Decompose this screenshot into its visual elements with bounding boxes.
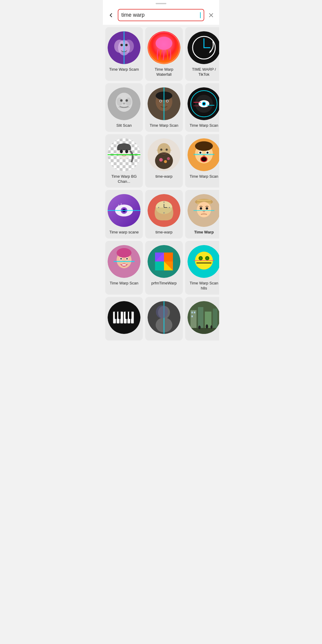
grid-item-9[interactable]: Time Warp Scan	[185, 134, 219, 188]
grid-item-4[interactable]: Slit Scan	[105, 83, 143, 132]
svg-point-21	[123, 103, 125, 104]
thumbnail-10	[108, 194, 140, 227]
svg-point-35	[203, 103, 205, 105]
svg-point-53	[167, 157, 170, 160]
svg-point-28	[167, 100, 168, 102]
item-label-7: Time Warp BG Chan...	[108, 174, 140, 184]
svg-point-56	[156, 149, 172, 152]
grid-item-16[interactable]	[105, 297, 143, 340]
item-label-4: Slit Scan	[116, 123, 131, 128]
svg-point-89	[206, 207, 208, 210]
svg-point-52	[164, 160, 167, 163]
thumbnail-16	[108, 301, 140, 334]
svg-rect-138	[213, 309, 217, 331]
thumbnail-9	[188, 138, 219, 171]
grid-item-8[interactable]: time-warp	[145, 134, 183, 188]
back-button[interactable]	[106, 11, 115, 20]
grid-item-15[interactable]: Time Warp Scan h8s	[185, 241, 219, 295]
item-label-1: Time Warp Scam	[109, 67, 139, 72]
svg-point-10	[156, 37, 172, 50]
grid-item-3[interactable]: TIME WARP / TikTok	[185, 27, 219, 81]
grid-item-12[interactable]: Time Warp	[185, 190, 219, 239]
thumbnail-7	[108, 138, 140, 171]
thumbnail-5	[148, 87, 180, 120]
search-row	[103, 7, 219, 25]
item-label-3: TIME WARP / TikTok	[188, 67, 219, 77]
item-label-10: Time warp scane	[109, 230, 139, 235]
svg-point-145	[210, 325, 212, 329]
svg-point-87	[197, 202, 211, 217]
svg-point-27	[160, 100, 162, 102]
grid-item-6[interactable]: Time Warp Scan	[185, 83, 219, 132]
svg-point-144	[206, 324, 208, 329]
drag-handle	[156, 3, 166, 4]
svg-point-133	[156, 305, 168, 318]
thumbnail-11	[148, 194, 180, 227]
svg-rect-139	[191, 312, 193, 313]
grid-item-7[interactable]: Time Warp BG Chan...	[105, 134, 143, 188]
svg-rect-140	[194, 312, 195, 313]
svg-rect-127	[126, 312, 128, 319]
svg-point-63	[207, 151, 209, 154]
svg-point-97	[120, 258, 122, 260]
item-label-15: Time Warp Scan h8s	[188, 281, 219, 291]
svg-point-98	[126, 258, 128, 260]
svg-rect-101	[122, 264, 126, 266]
svg-point-17	[117, 97, 123, 106]
grid-item-17[interactable]	[145, 297, 183, 340]
grid-item-18[interactable]	[185, 297, 219, 340]
svg-point-20	[126, 99, 128, 102]
thumbnail-18	[188, 301, 219, 334]
svg-line-73	[121, 203, 121, 205]
thumbnail-6	[188, 87, 219, 120]
grid-item-1[interactable]: Time Warp Scam	[105, 27, 143, 81]
thumbnail-17	[148, 301, 180, 334]
svg-point-113	[199, 257, 202, 259]
thumbnail-2	[148, 31, 180, 64]
svg-point-18	[126, 97, 131, 106]
clear-button[interactable]	[207, 11, 216, 20]
thumbnail-8	[148, 138, 180, 171]
thumbnail-14	[148, 245, 180, 278]
svg-point-79	[158, 207, 159, 208]
svg-rect-128	[129, 312, 131, 319]
svg-point-62	[199, 151, 202, 154]
item-label-2: Time Warp Waterfall	[148, 67, 180, 77]
grid-item-14[interactable]: prfmTimeWarp	[145, 241, 183, 295]
grid-item-11[interactable]: time-warp	[145, 190, 183, 239]
svg-point-46	[125, 150, 128, 153]
grid-item-13[interactable]: Time Warp Scan	[105, 241, 143, 295]
item-label-9: Time Warp Scan	[190, 174, 218, 179]
item-label-12: Time Warp	[194, 230, 214, 235]
search-input[interactable]	[121, 12, 200, 18]
item-label-13: Time Warp Scan	[110, 281, 138, 286]
grid-item-10[interactable]: Time warp scane	[105, 190, 143, 239]
thumbnail-3	[188, 31, 219, 64]
effects-grid: Time Warp Scam Time Warp Waterfall TIME …	[103, 25, 219, 343]
svg-rect-106	[155, 261, 164, 270]
svg-point-77	[163, 202, 165, 203]
svg-rect-125	[115, 312, 117, 319]
grid-item-2[interactable]: Time Warp Waterfall	[145, 27, 183, 81]
item-label-11: time-warp	[155, 230, 172, 235]
svg-point-7	[125, 44, 128, 46]
item-label-8: time-warp	[155, 174, 172, 179]
svg-point-94	[117, 248, 131, 258]
grid-item-5[interactable]: Time Warp Scan	[145, 83, 183, 132]
svg-point-50	[155, 152, 173, 169]
top-bar	[103, 0, 219, 25]
thumbnail-4	[108, 87, 140, 120]
svg-point-19	[120, 99, 123, 102]
svg-point-115	[206, 257, 208, 259]
thumbnail-13	[108, 245, 140, 278]
svg-point-78	[163, 212, 165, 213]
svg-point-88	[200, 207, 202, 210]
search-input-wrapper[interactable]	[118, 9, 204, 21]
svg-rect-142	[188, 328, 219, 334]
svg-point-66	[201, 157, 207, 161]
thumbnail-12	[188, 194, 219, 227]
svg-rect-141	[191, 315, 193, 317]
thumbnail-1	[108, 31, 140, 64]
svg-point-80	[169, 207, 170, 208]
svg-point-143	[198, 326, 201, 329]
